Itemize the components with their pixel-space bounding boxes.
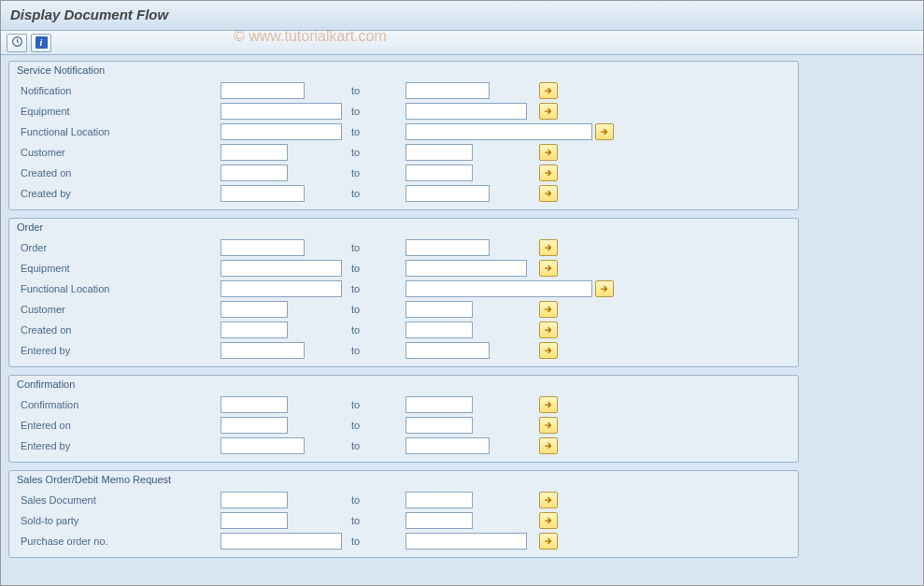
to-label: to (351, 283, 405, 294)
to-input[interactable] (405, 164, 473, 181)
to-input[interactable] (405, 396, 473, 413)
to-label: to (351, 420, 405, 431)
from-input[interactable] (220, 82, 305, 99)
multiple-selection-button[interactable] (595, 123, 614, 140)
from-input[interactable] (220, 301, 288, 318)
multiple-selection-button[interactable] (539, 260, 558, 277)
selection-row: Confirmationto (15, 394, 792, 415)
multiple-selection-button[interactable] (539, 322, 558, 338)
group-title: Order (9, 219, 798, 236)
to-input[interactable] (405, 82, 490, 99)
to-label: to (351, 440, 405, 451)
field-label: Customer (15, 304, 220, 315)
from-input[interactable] (220, 396, 288, 413)
multiple-selection-button[interactable] (539, 533, 558, 550)
arrow-right-icon (544, 305, 553, 314)
multiple-selection-button[interactable] (539, 417, 558, 434)
to-input[interactable] (405, 417, 473, 434)
to-input[interactable] (405, 533, 527, 550)
from-input[interactable] (220, 492, 288, 508)
to-label: to (351, 188, 405, 199)
from-input[interactable] (220, 417, 288, 434)
from-input[interactable] (220, 164, 288, 181)
field-label: Purchase order no. (15, 536, 220, 547)
multiple-selection-button[interactable] (539, 396, 558, 413)
field-label: Entered by (15, 345, 220, 356)
selection-row: Entered onto (15, 415, 792, 436)
to-label: to (351, 536, 405, 547)
to-input[interactable] (405, 301, 473, 318)
arrow-right-icon (544, 243, 553, 252)
group-body: Sales DocumenttoSold-to partytoPurchase … (9, 488, 798, 557)
to-input[interactable] (405, 239, 490, 256)
to-input[interactable] (405, 280, 592, 297)
field-label: Sales Document (15, 494, 220, 506)
to-label: to (351, 304, 405, 315)
group-service-notification: Service NotificationNotificationtoEquipm… (8, 61, 799, 210)
field-label: Functional Location (15, 126, 220, 137)
from-input[interactable] (220, 437, 305, 454)
from-input[interactable] (220, 260, 342, 277)
arrow-right-icon (544, 516, 553, 525)
arrow-right-icon (544, 346, 553, 355)
multiple-selection-button[interactable] (539, 239, 558, 256)
arrow-right-icon (544, 400, 553, 409)
multiple-selection-button[interactable] (539, 512, 558, 529)
from-input[interactable] (220, 342, 305, 359)
page-title: Display Document Flow (1, 1, 923, 31)
group-order: OrderOrdertoEquipmenttoFunctional Locati… (8, 218, 799, 367)
to-input[interactable] (405, 144, 473, 161)
to-label: to (351, 85, 405, 96)
from-input[interactable] (220, 239, 305, 256)
multiple-selection-button[interactable] (539, 82, 558, 99)
group-body: OrdertoEquipmenttoFunctional LocationtoC… (9, 236, 798, 366)
selection-screen-content: Service NotificationNotificationtoEquipm… (1, 55, 806, 571)
from-input[interactable] (220, 512, 288, 529)
arrow-right-icon (544, 86, 553, 95)
from-input[interactable] (220, 123, 342, 140)
to-input[interactable] (405, 103, 527, 120)
execute-button[interactable] (7, 34, 27, 52)
to-input[interactable] (405, 342, 490, 359)
group-sales-order-debit-memo-request: Sales Order/Debit Memo RequestSales Docu… (8, 470, 799, 558)
multiple-selection-button[interactable] (539, 185, 558, 202)
from-input[interactable] (220, 322, 288, 338)
to-input[interactable] (405, 123, 592, 140)
field-label: Sold-to party (15, 515, 220, 526)
selection-row: Customerto (15, 299, 792, 320)
from-input[interactable] (220, 533, 342, 550)
to-input[interactable] (405, 512, 473, 529)
to-input[interactable] (405, 437, 490, 454)
from-input[interactable] (220, 103, 342, 120)
selection-row: Equipmentto (15, 101, 792, 121)
selection-row: Created onto (15, 163, 792, 183)
arrow-right-icon (544, 264, 553, 273)
from-input[interactable] (220, 185, 305, 202)
multiple-selection-button[interactable] (539, 164, 558, 181)
field-label: Notification (15, 85, 220, 96)
multiple-selection-button[interactable] (539, 301, 558, 318)
to-label: to (351, 242, 405, 253)
selection-row: Entered byto (15, 436, 792, 456)
to-label: to (351, 345, 405, 356)
multiple-selection-button[interactable] (539, 342, 558, 359)
from-input[interactable] (220, 280, 342, 297)
multiple-selection-button[interactable] (595, 280, 614, 297)
from-input[interactable] (220, 144, 288, 161)
arrow-right-icon (544, 495, 553, 505)
group-body: NotificationtoEquipmenttoFunctional Loca… (9, 79, 798, 209)
multiple-selection-button[interactable] (539, 437, 558, 454)
arrow-right-icon (544, 107, 553, 116)
multiple-selection-button[interactable] (539, 103, 558, 120)
to-input[interactable] (405, 492, 473, 508)
selection-row: Notificationto (15, 80, 792, 101)
multiple-selection-button[interactable] (539, 492, 558, 508)
to-input[interactable] (405, 322, 473, 338)
to-input[interactable] (405, 260, 527, 277)
info-button[interactable]: i (31, 34, 51, 52)
to-label: to (351, 126, 405, 137)
selection-row: Orderto (15, 237, 792, 258)
multiple-selection-button[interactable] (539, 144, 558, 161)
to-input[interactable] (405, 185, 490, 202)
to-label: to (351, 167, 405, 179)
